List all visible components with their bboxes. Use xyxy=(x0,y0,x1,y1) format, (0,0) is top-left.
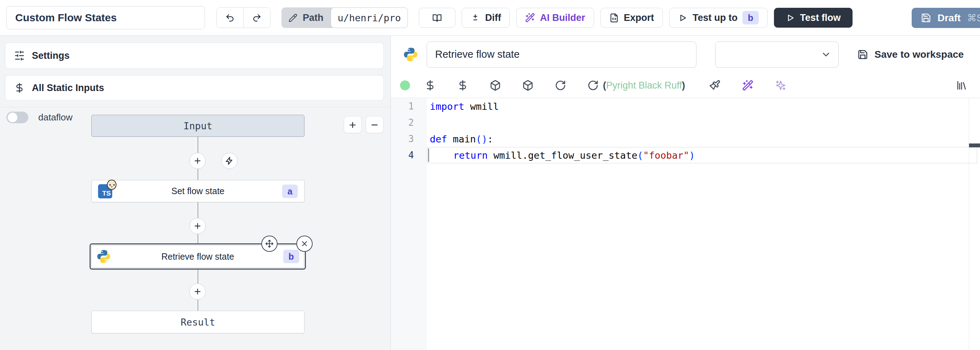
library-icon[interactable] xyxy=(956,80,967,91)
python-icon xyxy=(403,47,418,62)
test-up-to-step-badge: b xyxy=(743,11,758,24)
code-line[interactable]: 2 xyxy=(391,114,980,131)
code-line-text[interactable]: import wmill xyxy=(427,98,977,114)
zap-icon xyxy=(225,157,234,165)
file-code-icon xyxy=(609,13,619,23)
flow-node-input[interactable]: Input xyxy=(91,115,304,137)
line-number: 2 xyxy=(391,117,427,128)
undo-button[interactable] xyxy=(217,8,243,28)
python-icon xyxy=(96,249,111,264)
flow-node-result[interactable]: Result xyxy=(91,311,304,333)
draft-shortcut: ⌘S xyxy=(967,13,980,24)
test-up-to-button[interactable]: Test up to b xyxy=(669,8,767,28)
script-fork-select[interactable] xyxy=(715,42,839,68)
all-static-inputs-row[interactable]: All Static Inputs xyxy=(5,75,384,101)
plus-icon xyxy=(193,157,202,165)
package-icon[interactable] xyxy=(522,80,533,91)
step-editor-panel: Save to workspace (Pyright Black Ruff) xyxy=(391,36,980,350)
flow-graph: dataflow + − Input TS xyxy=(0,107,390,350)
ai-builder-button[interactable]: AI Builder xyxy=(516,8,594,28)
step-header: Save to workspace xyxy=(391,36,980,73)
zoom-in-button[interactable]: + xyxy=(344,116,361,133)
top-toolbar: Path u/henri/pro Diff AI Builder Export … xyxy=(0,0,980,36)
step-id-badge: b xyxy=(283,250,299,263)
undo-icon xyxy=(225,13,235,23)
pencil-icon xyxy=(288,13,298,22)
export-button[interactable]: Export xyxy=(600,8,663,28)
editor-cursor xyxy=(428,149,429,162)
overview-ruler-mark xyxy=(969,144,980,147)
path-value[interactable]: u/henri/pro xyxy=(331,8,408,28)
flow-editor-screen: Path u/henri/pro Diff AI Builder Export … xyxy=(0,0,980,350)
dataflow-label: dataflow xyxy=(38,112,73,123)
line-number: 1 xyxy=(391,101,427,112)
plus-icon xyxy=(193,287,202,296)
flow-node-set-flow-state[interactable]: TS Set flow state a xyxy=(91,180,304,202)
book-open-icon xyxy=(432,13,442,23)
bun-icon xyxy=(107,180,116,190)
code-lines: 1import wmill23def main():4 return wmill… xyxy=(391,98,980,163)
code-line[interactable]: 4 return wmill.get_flow_user_state("foob… xyxy=(391,147,980,163)
code-line-text[interactable]: return wmill.get_flow_user_state("foobar… xyxy=(427,147,977,163)
main-split: Settings All Static Inputs dataflow + − … xyxy=(0,36,980,350)
path-control[interactable]: Path u/henri/pro xyxy=(282,8,408,28)
dollar-icon[interactable] xyxy=(457,80,468,91)
code-line-text[interactable] xyxy=(427,114,977,131)
all-static-inputs-label: All Static Inputs xyxy=(32,83,104,94)
typescript-bun-icon: TS xyxy=(98,184,112,198)
dataflow-toggle-row: dataflow xyxy=(6,112,73,123)
package-icon[interactable] xyxy=(490,80,501,91)
save-to-workspace-button[interactable]: Save to workspace xyxy=(858,49,964,60)
flow-name-input[interactable] xyxy=(6,6,205,29)
sliders-icon xyxy=(14,50,25,61)
editor-toolbar: (Pyright Black Ruff) xyxy=(391,73,980,98)
insert-step-button[interactable] xyxy=(189,283,206,300)
toggle-knob xyxy=(8,113,18,122)
move-icon xyxy=(265,240,274,248)
settings-label: Settings xyxy=(32,50,70,61)
save-draft-button[interactable]: Draft ⌘S xyxy=(912,8,980,28)
path-label: Path xyxy=(282,8,331,28)
move-step-button[interactable] xyxy=(261,236,278,252)
ai-wand-icon[interactable] xyxy=(742,80,753,91)
docs-button[interactable] xyxy=(419,8,455,28)
format-brush-icon[interactable] xyxy=(709,80,721,91)
code-line-text[interactable]: def main(): xyxy=(427,131,977,147)
step-name-input[interactable] xyxy=(426,42,697,68)
redo-button[interactable] xyxy=(243,8,270,28)
plus-icon xyxy=(193,222,202,230)
insert-step-button[interactable] xyxy=(189,153,206,169)
code-line[interactable]: 1import wmill xyxy=(391,98,980,114)
wand-sparkles-icon xyxy=(525,13,535,23)
test-flow-button[interactable]: Test flow xyxy=(774,8,853,28)
zoom-out-button[interactable]: − xyxy=(366,116,383,133)
insert-step-button[interactable] xyxy=(189,218,206,234)
code-assistants-label[interactable]: (Pyright Black Ruff) xyxy=(603,80,685,91)
dataflow-toggle[interactable] xyxy=(6,112,28,123)
diff-icon xyxy=(471,13,480,23)
play-icon xyxy=(786,13,795,23)
chevron-down-icon xyxy=(821,49,831,60)
dollar-icon xyxy=(14,83,25,93)
play-icon xyxy=(678,13,687,23)
editor-scrollbar[interactable] xyxy=(969,98,969,350)
diff-button[interactable]: Diff xyxy=(462,8,510,28)
delete-step-button[interactable] xyxy=(296,236,313,252)
save-icon xyxy=(921,13,931,23)
code-editor[interactable]: 1import wmill23def main():4 return wmill… xyxy=(391,98,980,350)
dollar-icon[interactable] xyxy=(425,80,436,91)
undo-redo-group xyxy=(216,8,270,28)
reload-icon[interactable] xyxy=(555,80,566,91)
sparkles-icon[interactable] xyxy=(775,80,786,91)
close-icon xyxy=(300,240,309,248)
insert-trigger-button[interactable] xyxy=(221,153,237,169)
line-number: 3 xyxy=(391,134,427,144)
step-id-badge: a xyxy=(282,185,298,198)
save-icon xyxy=(858,49,868,60)
code-line[interactable]: 3def main(): xyxy=(391,131,980,147)
settings-row[interactable]: Settings xyxy=(5,43,384,69)
lsp-status-dot xyxy=(400,80,410,90)
reload-icon[interactable] xyxy=(587,80,599,91)
redo-icon xyxy=(252,13,262,23)
flow-graph-panel: Settings All Static Inputs dataflow + − … xyxy=(0,36,391,350)
